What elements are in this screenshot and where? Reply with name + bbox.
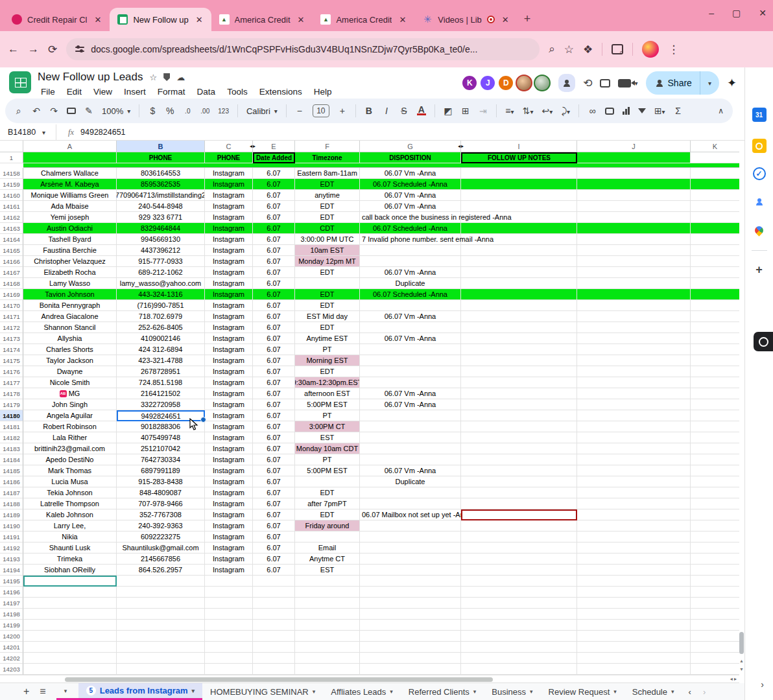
- reload-icon[interactable]: ⟳: [48, 43, 57, 56]
- cell-disposition[interactable]: 06.07 Vm -Anna: [360, 311, 461, 322]
- cell-k[interactable]: [691, 168, 739, 179]
- cell-timezone[interactable]: [295, 642, 360, 653]
- cell-source[interactable]: Instagram: [205, 410, 253, 421]
- cell-date-added[interactable]: 6.07: [253, 190, 295, 201]
- cell-phone[interactable]: (716)990-7851: [117, 300, 205, 311]
- cell-j[interactable]: [577, 377, 691, 388]
- row-header[interactable]: 14183: [0, 443, 23, 454]
- cell-disposition[interactable]: call back once the business in registere…: [360, 212, 461, 223]
- cell-k[interactable]: [691, 487, 739, 498]
- cell-name[interactable]: Angela Aguilar: [23, 410, 117, 421]
- cell-name[interactable]: Trimeka: [23, 554, 117, 565]
- cell-follow-up-notes[interactable]: [461, 587, 577, 598]
- font-size-input[interactable]: 10: [313, 104, 329, 117]
- cell-name[interactable]: Ada Mbaise: [23, 201, 117, 212]
- sheet-tab-business[interactable]: Business▾: [484, 683, 540, 700]
- cell-disposition[interactable]: [360, 421, 461, 432]
- cell-source[interactable]: Instagram: [205, 223, 253, 234]
- cell-phone[interactable]: 8595362535: [117, 179, 205, 190]
- cell-k[interactable]: [691, 234, 739, 245]
- cell-j[interactable]: [577, 432, 691, 443]
- row-header[interactable]: 14195: [0, 576, 23, 587]
- cell-name[interactable]: Shaunti Lusk: [23, 542, 117, 554]
- cell-disposition[interactable]: 06.07 Scheduled -Anna: [360, 223, 461, 234]
- row-header[interactable]: 14189: [0, 509, 23, 520]
- cell-j[interactable]: [577, 487, 691, 498]
- cell-j[interactable]: [577, 587, 691, 598]
- cell-j[interactable]: [577, 642, 691, 653]
- sheet-nav-next-icon[interactable]: ›: [698, 687, 711, 697]
- cell-j[interactable]: [577, 311, 691, 322]
- insert-comment-icon[interactable]: [605, 108, 614, 115]
- cell-source[interactable]: [205, 653, 253, 664]
- cell-timezone[interactable]: EDT: [295, 366, 360, 377]
- cell-date-added[interactable]: 6.07: [253, 531, 295, 542]
- cell-disposition[interactable]: [360, 631, 461, 642]
- column-header-K[interactable]: K: [691, 141, 739, 152]
- cell-follow-up-notes[interactable]: [461, 421, 577, 432]
- fill-color-icon[interactable]: ◩: [444, 106, 453, 116]
- cell-name[interactable]: Latrelle Thompson: [23, 498, 117, 509]
- cell-timezone[interactable]: Email: [295, 542, 360, 554]
- cell-date-added[interactable]: 6.07: [253, 498, 295, 509]
- row-header[interactable]: 14192: [0, 542, 23, 554]
- cell-timezone[interactable]: [295, 576, 360, 587]
- header-cell-c[interactable]: PHONE: [205, 152, 253, 163]
- row-header[interactable]: 14171: [0, 311, 23, 322]
- cell-date-added[interactable]: [253, 631, 295, 642]
- cell-phone[interactable]: [117, 653, 205, 664]
- cell-date-added[interactable]: 6.07: [253, 300, 295, 311]
- all-sheets-icon[interactable]: ≡: [40, 686, 45, 697]
- row-header[interactable]: 14181: [0, 421, 23, 432]
- cell-follow-up-notes[interactable]: [461, 642, 577, 653]
- cell-k[interactable]: [691, 664, 739, 675]
- cell-source[interactable]: Instagram: [205, 344, 253, 355]
- cell-k[interactable]: [691, 498, 739, 509]
- cell-disposition[interactable]: [360, 410, 461, 421]
- row-header[interactable]: 14185: [0, 465, 23, 476]
- new-tab-button[interactable]: +: [524, 12, 531, 26]
- horizontal-scrollbar[interactable]: ◂ ▸: [0, 675, 739, 683]
- cell-k[interactable]: [691, 509, 739, 520]
- cell-name[interactable]: Charles Shorts: [23, 344, 117, 355]
- cell-source[interactable]: Instagram: [205, 531, 253, 542]
- cell-date-added[interactable]: 6.07: [253, 454, 295, 465]
- cell-timezone[interactable]: EDT: [295, 322, 360, 333]
- cell-follow-up-notes[interactable]: [461, 542, 577, 554]
- version-history-icon[interactable]: ⟲: [583, 76, 592, 90]
- cell-timezone[interactable]: Monday 10am CDT: [295, 443, 360, 454]
- row-header[interactable]: 14166: [0, 256, 23, 267]
- browser-profile-avatar[interactable]: [642, 41, 659, 58]
- cell-phone[interactable]: [117, 664, 205, 675]
- cell-date-added[interactable]: 6.07: [253, 256, 295, 267]
- cell-timezone[interactable]: [295, 664, 360, 675]
- cell-date-added[interactable]: 6.07: [253, 565, 295, 576]
- cell-name[interactable]: Christopher Velazquez: [23, 256, 117, 267]
- cell-source[interactable]: Instagram: [205, 465, 253, 476]
- cell-name[interactable]: Elizabeth Rocha: [23, 267, 117, 278]
- cell-k[interactable]: [691, 432, 739, 443]
- cell-timezone[interactable]: PT: [295, 344, 360, 355]
- cell-phone[interactable]: 848-4809087: [117, 487, 205, 498]
- cell-date-added[interactable]: 6.07: [253, 366, 295, 377]
- cell-timezone[interactable]: CDT: [295, 223, 360, 234]
- cell-phone[interactable]: 2145667856: [117, 554, 205, 565]
- cell-j[interactable]: [577, 388, 691, 399]
- increase-decimal-button[interactable]: .00: [200, 108, 209, 115]
- header-cell-i[interactable]: FOLLOW UP NOTES: [461, 152, 577, 163]
- cell-k[interactable]: [691, 598, 739, 609]
- cell-date-added[interactable]: 6.07: [253, 399, 295, 410]
- cell-source[interactable]: Instagram: [205, 355, 253, 366]
- cell-j[interactable]: [577, 344, 691, 355]
- cell-timezone[interactable]: EDT: [295, 212, 360, 223]
- cell-j[interactable]: [577, 631, 691, 642]
- cell-j[interactable]: [577, 168, 691, 179]
- cell-phone[interactable]: [117, 642, 205, 653]
- cell-disposition[interactable]: [360, 256, 461, 267]
- cell-follow-up-notes[interactable]: [461, 554, 577, 565]
- cell-phone[interactable]: 240-392-9363: [117, 520, 205, 531]
- cell-timezone[interactable]: [295, 609, 360, 620]
- cell-j[interactable]: [577, 653, 691, 664]
- cell-k[interactable]: [691, 520, 739, 531]
- cell-source[interactable]: [205, 642, 253, 653]
